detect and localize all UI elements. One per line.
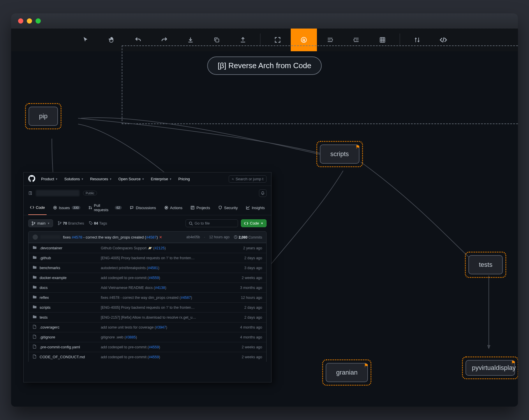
node-label: pyvirtualdisplay bbox=[472, 364, 516, 371]
tab-discussions[interactable]: Discussions bbox=[128, 200, 158, 215]
actions-icon bbox=[164, 206, 168, 210]
file-name[interactable]: .coveragerc bbox=[40, 325, 98, 329]
node-label: scripts bbox=[330, 150, 349, 158]
pointer-tool[interactable] bbox=[73, 29, 99, 51]
graph-node-granian[interactable]: granian⚑ bbox=[326, 363, 368, 382]
nav-solutions[interactable]: Solutions▼ bbox=[64, 177, 84, 181]
file-name[interactable]: docs bbox=[40, 285, 98, 290]
file-commit-message[interactable]: add some unit tests for coverage (#3947) bbox=[101, 325, 233, 329]
code-icon bbox=[30, 205, 34, 209]
file-commit-message[interactable]: Github Codespaces Support 🪐 (#2125) bbox=[101, 246, 233, 250]
file-commit-message[interactable]: [ENG-4005] Proxy backend requests on '/'… bbox=[101, 256, 233, 260]
folder-icon bbox=[33, 315, 37, 320]
file-updated-ago: 2 weeks ago bbox=[236, 355, 262, 359]
file-name[interactable]: .devcontainer bbox=[40, 246, 98, 250]
tag-icon bbox=[89, 221, 93, 225]
latest-commit-bar: fixes #4578 - correct the way dim_props … bbox=[28, 231, 267, 243]
commits-count[interactable]: 2,080 Commits bbox=[234, 235, 262, 239]
tab-projects[interactable]: Projects bbox=[189, 200, 212, 215]
svg-point-1 bbox=[301, 37, 306, 43]
github-repo-header: Public bbox=[24, 186, 271, 200]
folder-icon bbox=[33, 255, 37, 260]
file-updated-ago: 2 days ago bbox=[236, 256, 262, 260]
tab-insights[interactable]: Insights bbox=[244, 200, 267, 215]
graph-node-tests[interactable]: tests bbox=[468, 255, 503, 274]
svg-point-16 bbox=[58, 224, 59, 225]
file-row[interactable]: benchmarksautodetect print/breakpoints (… bbox=[29, 263, 266, 273]
shield-icon bbox=[218, 206, 222, 210]
tab-issues[interactable]: Issues330 bbox=[51, 200, 82, 215]
file-row[interactable]: .pre-commit-config.yamladd codespell to … bbox=[29, 342, 266, 352]
nav-resources[interactable]: Resources▼ bbox=[90, 177, 112, 181]
file-row[interactable]: tests[ENG-2157] [Refix] Allow rx.downloa… bbox=[29, 312, 266, 322]
commit-message[interactable]: fixes #4578 - correct the way dim_props … bbox=[63, 235, 162, 239]
file-name[interactable]: tests bbox=[40, 315, 98, 320]
tab-code[interactable]: Code bbox=[28, 200, 47, 215]
minimize-window-button[interactable] bbox=[27, 18, 32, 24]
file-name[interactable]: scripts bbox=[40, 305, 98, 310]
close-window-button[interactable] bbox=[18, 18, 23, 24]
file-row[interactable]: CODE_OF_CONDUCT.mdadd codespell to pre-c… bbox=[29, 352, 266, 362]
folder-icon bbox=[33, 305, 37, 310]
tags-link[interactable]: 84 Tags bbox=[89, 221, 107, 225]
branch-selector[interactable]: main▼ bbox=[28, 219, 53, 227]
graph-node-pip[interactable]: pip bbox=[29, 107, 58, 126]
file-icon bbox=[33, 325, 37, 330]
file-commit-message[interactable]: [ENG-2157] [Refix] Allow rx.download to … bbox=[101, 315, 233, 320]
branches-link[interactable]: 70 Branches bbox=[58, 221, 84, 225]
search-placeholder: Search or jump t bbox=[236, 177, 263, 181]
file-row[interactable]: .github[ENG-4005] Proxy backend requests… bbox=[29, 253, 266, 263]
tab-security[interactable]: Security bbox=[216, 200, 239, 215]
toolbar-separator bbox=[260, 33, 260, 46]
file-name[interactable]: CODE_OF_CONDUCT.md bbox=[40, 355, 98, 359]
file-icon bbox=[33, 345, 37, 350]
nav-pricing[interactable]: Pricing bbox=[178, 177, 190, 181]
file-updated-ago: 2 weeks ago bbox=[236, 345, 262, 349]
code-button[interactable]: Code▼ bbox=[241, 219, 267, 227]
svg-point-12 bbox=[32, 221, 33, 223]
github-logo-icon[interactable] bbox=[28, 175, 35, 183]
tab-actions[interactable]: Actions bbox=[163, 200, 184, 215]
nav-enterprise[interactable]: Enterprise▼ bbox=[151, 177, 172, 181]
github-search[interactable]: Search or jump t bbox=[229, 175, 267, 183]
branch-icon bbox=[58, 221, 62, 225]
svg-point-9 bbox=[91, 208, 92, 209]
file-name[interactable]: .gitignore bbox=[40, 335, 98, 339]
file-row[interactable]: reflexfixes #4578 - correct the way dim_… bbox=[29, 292, 266, 302]
nav-product[interactable]: Product▼ bbox=[41, 177, 58, 181]
go-to-file[interactable]: Go to file bbox=[186, 219, 238, 227]
commit-author-avatar bbox=[33, 234, 38, 240]
file-name[interactable]: reflex bbox=[40, 295, 98, 300]
file-commit-message[interactable]: fixes #4578 - correct the way dim_props … bbox=[101, 296, 233, 300]
file-updated-ago: 2 days ago bbox=[236, 306, 262, 310]
file-commit-message[interactable]: gitignore .web (#3885) bbox=[101, 335, 233, 339]
commit-sha[interactable]: ab4e05b bbox=[186, 235, 200, 239]
file-commit-message[interactable]: add codespell to pre-commit (#4559) bbox=[101, 276, 233, 280]
file-updated-ago: 4 months ago bbox=[236, 325, 262, 329]
folder-icon bbox=[33, 275, 37, 280]
nav-open-source[interactable]: Open Source▼ bbox=[118, 177, 144, 181]
file-name[interactable]: benchmarks bbox=[40, 266, 98, 270]
tab-pull-requests[interactable]: Pull requests62 bbox=[87, 200, 124, 215]
file-row[interactable]: .devcontainerGithub Codespaces Support 🪐… bbox=[29, 243, 266, 253]
file-name[interactable]: .github bbox=[40, 256, 98, 260]
file-row[interactable]: .coveragercadd some unit tests for cover… bbox=[29, 322, 266, 332]
file-row[interactable]: docsAdd Vietnamese README docs (#4138)3 … bbox=[29, 283, 266, 292]
pan-tool[interactable] bbox=[99, 29, 125, 51]
file-name[interactable]: .pre-commit-config.yaml bbox=[40, 345, 98, 349]
file-commit-message[interactable]: autodetect print/breakpoints (#4581) bbox=[101, 266, 233, 270]
file-commit-message[interactable]: add codespell to pre-commit (#4559) bbox=[101, 355, 233, 359]
file-row[interactable]: docker-exampleadd codespell to pre-commi… bbox=[29, 273, 266, 283]
graph-node-pyvirtualdisplay[interactable]: pyvirtualdisplay⚑ bbox=[465, 360, 515, 376]
file-commit-message[interactable]: add codespell to pre-commit (#4559) bbox=[101, 345, 233, 349]
titlebar bbox=[11, 13, 518, 29]
flag-icon: ⚑ bbox=[511, 359, 516, 366]
file-commit-message[interactable]: [ENG-4005] Proxy backend requests on '/'… bbox=[101, 306, 233, 310]
notifications-button[interactable] bbox=[259, 189, 267, 197]
file-row[interactable]: scripts[ENG-4005] Proxy backend requests… bbox=[29, 302, 266, 312]
file-row[interactable]: .gitignoregitignore .web (#3885)4 months… bbox=[29, 332, 266, 342]
maximize-window-button[interactable] bbox=[36, 18, 41, 24]
graph-node-scripts[interactable]: scripts⚑ bbox=[320, 144, 359, 164]
file-name[interactable]: docker-example bbox=[40, 276, 98, 280]
file-commit-message[interactable]: Add Vietnamese README docs (#4138) bbox=[101, 286, 233, 290]
